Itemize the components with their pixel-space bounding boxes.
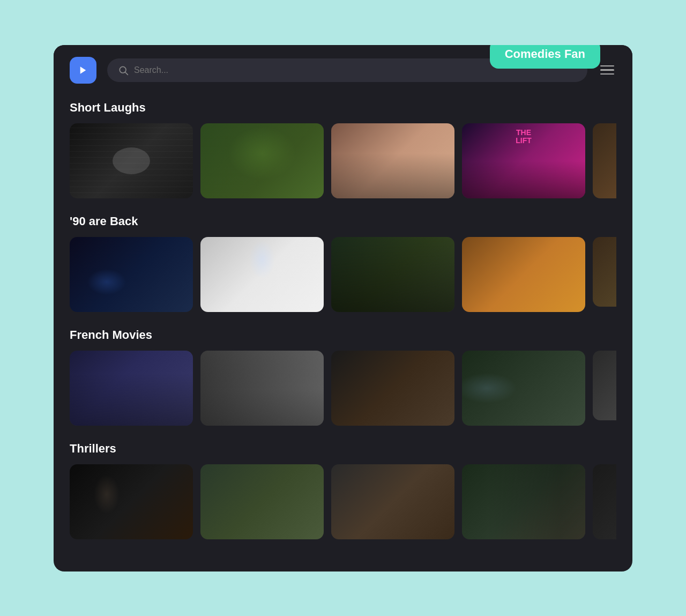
movie-row-90s-back	[70, 237, 616, 312]
section-title-thrillers: Thrillers	[70, 442, 616, 456]
movie-row-french-movies	[70, 351, 616, 426]
movie-card[interactable]	[70, 123, 193, 198]
movie-card[interactable]	[200, 351, 324, 426]
movie-card[interactable]	[200, 123, 324, 198]
section-title-short-laughs: Short Laughs	[70, 101, 616, 115]
movie-card[interactable]	[593, 123, 616, 198]
section-title-90s-back: '90 are Back	[70, 214, 616, 228]
movie-card[interactable]	[331, 351, 454, 426]
menu-line-2	[600, 69, 614, 71]
movie-card[interactable]	[200, 464, 324, 539]
play-button[interactable]	[70, 57, 96, 84]
search-icon	[118, 65, 129, 76]
section-90s-back: '90 are Back	[70, 214, 616, 312]
svg-line-2	[125, 72, 128, 75]
movie-card[interactable]	[70, 237, 193, 312]
movie-card[interactable]: THELIFT	[462, 123, 585, 198]
section-title-french-movies: French Movies	[70, 328, 616, 342]
movie-card[interactable]	[462, 464, 585, 539]
section-thrillers: Thrillers	[70, 442, 616, 539]
movie-row-thrillers	[70, 464, 616, 539]
section-french-movies: French Movies	[70, 328, 616, 426]
movie-card[interactable]	[331, 237, 454, 312]
app-container: Comedies Fan Short Laughs	[54, 45, 632, 572]
movie-card[interactable]	[70, 351, 193, 426]
movie-card[interactable]	[331, 123, 454, 198]
movie-row-short-laughs: THELIFT	[70, 123, 616, 198]
svg-marker-0	[80, 66, 86, 74]
movie-card[interactable]	[70, 464, 193, 539]
movie-card[interactable]	[331, 464, 454, 539]
movie-card[interactable]	[593, 464, 616, 539]
movie-card[interactable]	[200, 237, 324, 312]
comedies-fan-badge: Comedies Fan	[490, 45, 600, 69]
movie-card[interactable]	[593, 351, 616, 420]
menu-line-3	[600, 73, 614, 75]
menu-button[interactable]	[598, 63, 616, 77]
content: Short Laughs	[54, 95, 632, 561]
movie-card[interactable]	[462, 351, 585, 426]
section-short-laughs: Short Laughs	[70, 101, 616, 198]
movie-card[interactable]	[462, 237, 585, 312]
movie-card[interactable]	[593, 237, 616, 307]
play-icon	[78, 65, 88, 75]
menu-line-1	[600, 65, 614, 67]
